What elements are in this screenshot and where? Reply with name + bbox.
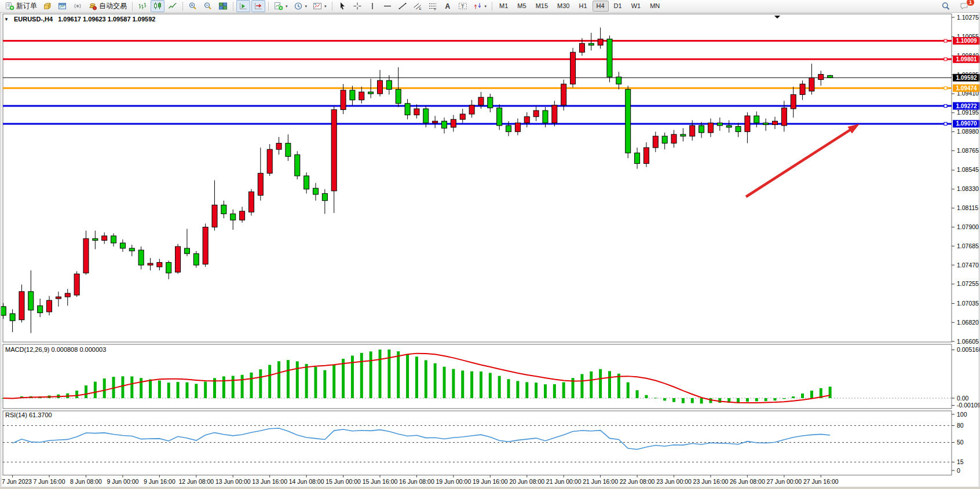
auto-trading-label: 自动交易 bbox=[99, 1, 127, 11]
price-tick-label: 1.07900 bbox=[957, 223, 979, 230]
trendline-button[interactable] bbox=[396, 0, 409, 12]
macd-histogram-bar bbox=[250, 373, 253, 398]
cursor-button[interactable] bbox=[335, 0, 349, 12]
macd-histogram-bar bbox=[792, 396, 795, 398]
time-tick-label: 23 Jun 16:00 bbox=[693, 478, 729, 485]
auto-trading-button[interactable]: 自动交易 bbox=[86, 0, 129, 12]
dropdown-caret-icon[interactable]: ▾ bbox=[286, 4, 288, 9]
dropdown-caret-icon[interactable]: ▾ bbox=[305, 4, 308, 9]
time-tick-label: 20 Jun 08:00 bbox=[509, 478, 544, 485]
chart-collapse-icon[interactable]: ▼ bbox=[4, 17, 9, 22]
tile-windows-icon bbox=[218, 2, 228, 10]
macd-histogram-bar bbox=[323, 370, 326, 398]
macd-histogram-bar bbox=[296, 361, 299, 398]
chart-shift-button[interactable] bbox=[251, 0, 265, 12]
macd-histogram-bar bbox=[149, 380, 152, 398]
bar-chart-button[interactable] bbox=[136, 0, 149, 12]
vertical-line-button[interactable] bbox=[365, 0, 379, 12]
macd-histogram-bar bbox=[85, 385, 87, 398]
crosshair-button[interactable] bbox=[350, 0, 364, 12]
text-label-button[interactable]: T bbox=[456, 0, 470, 12]
indicators-button[interactable]: ▾ bbox=[272, 0, 290, 12]
macd-histogram-bar bbox=[397, 351, 400, 398]
equidistant-channel-button[interactable]: E bbox=[411, 0, 425, 12]
candle bbox=[552, 105, 557, 123]
macd-histogram-bar bbox=[636, 390, 639, 398]
macd-histogram-bar bbox=[773, 398, 776, 400]
macd-histogram-bar bbox=[425, 360, 427, 398]
main-panel bbox=[3, 14, 952, 342]
notifications-button[interactable]: 1 bbox=[957, 0, 971, 12]
time-tick-label: 15 Jun 16:00 bbox=[363, 478, 398, 485]
candle bbox=[791, 95, 796, 109]
level-line-handle[interactable] bbox=[944, 87, 947, 90]
templates-button[interactable]: ▾ bbox=[310, 0, 329, 12]
candle bbox=[451, 119, 456, 127]
zoom-in-button[interactable] bbox=[186, 0, 200, 12]
candle bbox=[19, 292, 24, 320]
zoom-out-button[interactable] bbox=[201, 0, 215, 12]
candle bbox=[598, 39, 603, 45]
timeframe-h1-button[interactable]: H1 bbox=[575, 1, 591, 12]
dropdown-caret-icon[interactable]: ▾ bbox=[324, 4, 327, 9]
zoom-out-icon bbox=[203, 2, 213, 10]
timeframe-m5-button[interactable]: M5 bbox=[513, 1, 530, 12]
macd-histogram-bar bbox=[718, 398, 721, 403]
chart-area: 1.102751.100551.098401.096251.094101.091… bbox=[0, 13, 980, 489]
macd-histogram-bar bbox=[287, 360, 290, 398]
timeframe-m30-button[interactable]: M30 bbox=[553, 1, 573, 12]
tile-windows-button[interactable] bbox=[216, 0, 230, 12]
macd-histogram-bar bbox=[452, 369, 455, 398]
search-button[interactable] bbox=[939, 0, 953, 12]
time-tick-label: 21 Jun 00:00 bbox=[546, 478, 582, 485]
signal-button[interactable] bbox=[71, 0, 85, 12]
chart-window-button[interactable] bbox=[56, 0, 70, 12]
arrows-button[interactable]: ▾ bbox=[471, 0, 489, 12]
timeframe-m1-button[interactable]: M1 bbox=[495, 1, 512, 12]
macd-histogram-bar bbox=[544, 384, 547, 398]
level-price-label-text: 1.09474 bbox=[956, 85, 977, 91]
price-tick-label: 1.07255 bbox=[957, 280, 979, 287]
auto-scroll-button[interactable] bbox=[236, 0, 250, 12]
macd-histogram-bar bbox=[415, 356, 418, 398]
timeframe-h4-button[interactable]: H4 bbox=[593, 1, 609, 12]
dropdown-caret-icon[interactable]: ▾ bbox=[485, 4, 487, 9]
horizontal-line-button[interactable] bbox=[381, 0, 394, 12]
candle bbox=[304, 176, 309, 189]
time-tick-label: 9 Jun 16:00 bbox=[144, 478, 175, 485]
timeframe-mn-button[interactable]: MN bbox=[646, 1, 664, 12]
time-tick-label: 8 Jun 08:00 bbox=[70, 478, 102, 485]
rsi-axis-label: 50 bbox=[957, 439, 964, 446]
timeframe-d1-button[interactable]: D1 bbox=[610, 1, 626, 12]
candle bbox=[763, 123, 769, 124]
new-order-button[interactable]: 新订单 bbox=[3, 0, 39, 12]
rsi-axis-label: 0 bbox=[957, 467, 960, 474]
timeframe-m15-button[interactable]: M15 bbox=[532, 1, 552, 12]
candle bbox=[460, 114, 465, 119]
timeframe-w1-button[interactable]: W1 bbox=[627, 1, 645, 12]
text-button[interactable]: A bbox=[441, 0, 455, 12]
macd-histogram-bar bbox=[204, 382, 207, 398]
time-tick-label: 26 Jun 08:00 bbox=[730, 478, 765, 485]
level-line-handle[interactable] bbox=[944, 39, 947, 42]
time-tick-label: 22 Jun 08:00 bbox=[620, 478, 655, 485]
macd-histogram-bar bbox=[829, 387, 832, 398]
candlestick-chart-button[interactable] bbox=[151, 0, 164, 12]
candle bbox=[184, 248, 189, 253]
level-line-handle[interactable] bbox=[944, 58, 947, 61]
candle bbox=[800, 84, 805, 94]
candle bbox=[350, 90, 355, 100]
candle bbox=[754, 116, 759, 123]
candle bbox=[671, 134, 677, 143]
macd-histogram-bar bbox=[617, 374, 620, 398]
level-line-handle[interactable] bbox=[944, 105, 947, 108]
line-chart-button[interactable] bbox=[166, 0, 180, 12]
periods-button[interactable]: ▾ bbox=[291, 0, 310, 12]
fibonacci-button[interactable]: F bbox=[426, 0, 440, 12]
macd-histogram-bar bbox=[185, 383, 188, 398]
market-watch-cube-button[interactable] bbox=[41, 0, 54, 12]
level-line-handle[interactable] bbox=[944, 122, 947, 125]
toolbar-separator bbox=[268, 2, 269, 11]
chart-window-icon bbox=[58, 2, 67, 10]
macd-histogram-bar bbox=[259, 369, 262, 398]
